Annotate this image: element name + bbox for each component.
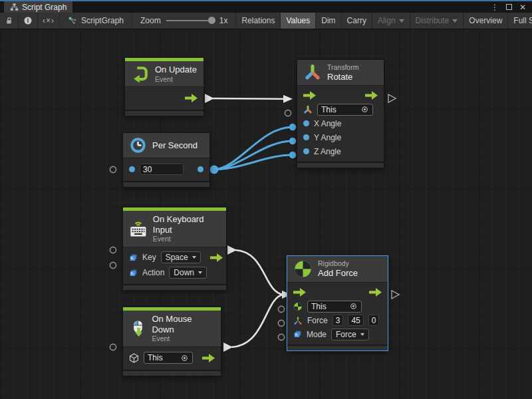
zoom-slider[interactable] (166, 20, 214, 21)
node-on-mouse-down[interactable]: On Mouse Down Event This (123, 307, 221, 376)
values-button[interactable]: Values (280, 13, 315, 29)
node-subtitle: Event (153, 235, 220, 243)
key-dropdown[interactable]: Space (161, 251, 201, 263)
distribute-dropdown[interactable]: Distribute (410, 13, 464, 29)
unconnected-port-persecond-in[interactable] (110, 166, 116, 172)
unconnected-port-rotate-this[interactable] (285, 110, 291, 116)
overview-button[interactable]: Overview (463, 13, 507, 29)
wire-endpoint-dot[interactable] (289, 138, 296, 144)
force-y-field[interactable]: 45 (348, 315, 363, 326)
value-port[interactable] (303, 120, 309, 126)
value-port[interactable] (303, 134, 309, 140)
gameobject-cube-icon (129, 353, 139, 363)
this-field[interactable]: This (144, 352, 193, 364)
per-second-value-field[interactable]: 30 (140, 164, 184, 175)
unconnected-flow-rotate-out[interactable] (388, 94, 396, 102)
full-screen-button[interactable]: Full Screen (507, 13, 532, 29)
target-picker-icon[interactable] (360, 105, 369, 114)
force-x-field[interactable]: 3 (332, 315, 344, 326)
info-button[interactable] (19, 13, 38, 29)
close-icon[interactable]: ✕ (519, 3, 526, 12)
value-input-port[interactable] (129, 166, 135, 172)
node-per-second[interactable]: Per Second 30 (123, 133, 209, 187)
target-picker-icon[interactable] (180, 354, 189, 362)
value-output-port[interactable] (198, 166, 203, 172)
graph-canvas[interactable]: On Update Event Transform Rotate (0, 29, 532, 399)
node-title: On Keyboard Input (153, 214, 220, 235)
port-label: Action (142, 268, 164, 277)
window-controls: ⋮ ✕ (491, 1, 532, 13)
dropdown-caret-icon (198, 271, 202, 274)
lock-button[interactable] (0, 13, 19, 29)
lock-icon (5, 16, 13, 25)
relations-button[interactable]: Relations (235, 13, 280, 29)
port-label: Y Angle (314, 133, 341, 142)
wire-source-triangle[interactable] (223, 342, 233, 352)
unconnected-port-addforce-this[interactable] (278, 306, 284, 312)
tab-script-graph[interactable]: Script Graph (4, 1, 72, 13)
wire-endpoint-dot[interactable] (289, 124, 296, 130)
keyboard-icon (129, 219, 148, 238)
wire-arrowhead[interactable] (283, 95, 293, 103)
value-port[interactable] (303, 148, 309, 154)
chevron-down-icon (399, 19, 404, 23)
flow-output-port[interactable] (202, 354, 215, 362)
carry-button[interactable]: Carry (341, 13, 372, 29)
node-footer (123, 181, 209, 187)
flow-output-port[interactable] (210, 253, 223, 262)
flow-output-port[interactable] (369, 288, 382, 297)
node-subtitle: Event (152, 334, 215, 343)
wires-layer (0, 29, 532, 399)
chevron-down-icon (452, 19, 458, 23)
zoom-slider-handle[interactable] (208, 17, 215, 24)
node-rotate[interactable]: Transform Rotate This X Angle (297, 60, 384, 168)
wire-source-triangle[interactable] (205, 94, 214, 103)
mouse-down-icon (129, 319, 146, 337)
code-view-button[interactable]: ‹×› (38, 13, 60, 29)
mode-dropdown[interactable]: Force (331, 329, 369, 340)
graph-breadcrumb[interactable]: ScriptGraph (60, 13, 132, 29)
force-z-field[interactable]: 0 (368, 315, 380, 326)
port-label: Z Angle (314, 147, 341, 156)
dropdown-caret-icon (360, 333, 364, 336)
rigidbody-mini-icon (293, 302, 303, 311)
flow-output-port[interactable] (185, 94, 198, 102)
wire-onupdate-to-rotate[interactable] (213, 98, 284, 99)
unconnected-flow-addforce-out[interactable] (392, 291, 399, 299)
node-title: On Update (155, 65, 197, 75)
wire-source-triangle[interactable] (227, 245, 237, 255)
node-on-update[interactable]: On Update Event (125, 58, 203, 116)
flow-output-port[interactable] (365, 91, 378, 100)
target-picker-icon[interactable] (349, 302, 358, 311)
unconnected-port-mouse-this[interactable] (110, 344, 116, 350)
on-update-icon (131, 65, 150, 83)
wire-keyboard-to-addforce[interactable] (235, 250, 283, 295)
maximize-icon[interactable] (506, 4, 512, 10)
action-dropdown[interactable]: Down (169, 267, 207, 279)
node-on-keyboard-input[interactable]: On Keyboard Input Event Key Space Action… (123, 207, 226, 290)
this-field[interactable]: This (317, 104, 373, 116)
wire-mouse-to-addforce[interactable] (231, 295, 283, 347)
unconnected-port-action[interactable] (110, 262, 116, 268)
enum-icon (293, 330, 302, 338)
flow-input-port[interactable] (293, 288, 306, 297)
graph-hierarchy-icon (10, 3, 19, 11)
unconnected-port-mode[interactable] (278, 334, 284, 340)
dim-button[interactable]: Dim (315, 13, 340, 29)
info-icon (23, 16, 33, 25)
unconnected-port-key[interactable] (110, 247, 116, 253)
align-dropdown[interactable]: Align (372, 13, 410, 29)
unconnected-port-force[interactable] (278, 320, 284, 326)
window-menu-icon[interactable]: ⋮ (491, 3, 499, 12)
node-title: On Mouse Down (152, 314, 215, 334)
this-field[interactable]: This (307, 301, 362, 313)
node-add-force[interactable]: Rigidbody Add Force This (287, 256, 388, 350)
node-category: Rigidbody (318, 259, 358, 268)
node-title: Rotate (327, 72, 358, 82)
flow-input-port[interactable] (303, 91, 316, 100)
transform-icon (303, 63, 322, 82)
wire-endpoint-dot[interactable] (289, 152, 296, 158)
enum-icon (129, 253, 138, 262)
wire-endpoint-dot[interactable] (210, 166, 219, 174)
node-footer (123, 284, 226, 290)
